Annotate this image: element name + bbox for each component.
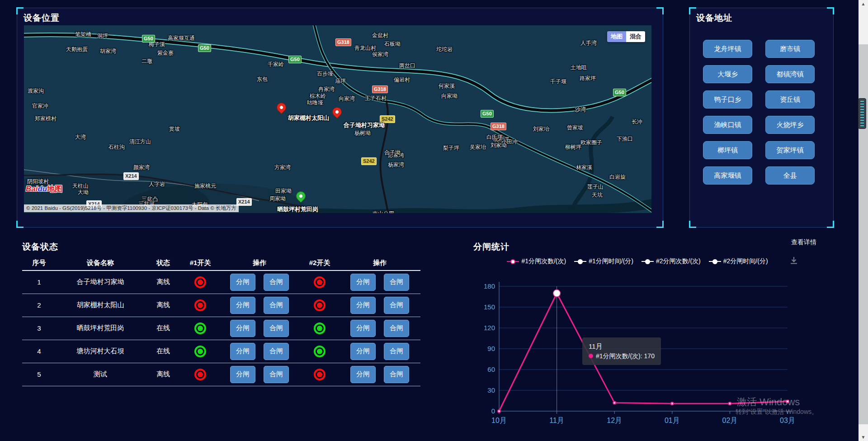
close-switch2-button[interactable]: 合闸 — [384, 343, 409, 360]
map-place-label: 向家坳 — [441, 92, 458, 100]
map-place-label: 笔架槽 — [75, 31, 91, 38]
map-place-label: 石板坳 — [384, 40, 401, 48]
close-switch2-button[interactable]: 合闸 — [384, 297, 409, 314]
map-place-label: 清江方山 — [129, 138, 151, 146]
map-place-label: 白岩旋 — [609, 173, 626, 181]
operation1-cell: 分闸合闸 — [219, 270, 300, 294]
open-switch2-button[interactable]: 分闸 — [350, 343, 376, 360]
device-marker-label: 合子坳村习家坳 — [344, 121, 385, 129]
address-button[interactable]: 渔峡口镇 — [703, 116, 752, 134]
windows-activation-watermark: 激活 Windows — [737, 395, 800, 409]
close-switch2-button[interactable]: 合闸 — [384, 366, 409, 383]
open-switch2-button[interactable]: 分闸 — [350, 320, 376, 337]
svg-text:02月: 02月 — [722, 417, 738, 424]
close-switch1-button[interactable]: 合闸 — [264, 274, 289, 291]
operation2-cell: 分闸合闸 — [339, 340, 420, 363]
switch1-cell — [182, 317, 219, 340]
legend-marker-icon — [574, 259, 586, 264]
road-shield-g318: G318 — [491, 123, 506, 130]
legend-item[interactable]: #1分闸时间/(分) — [574, 257, 633, 266]
map-place-label: 施家桃元 — [194, 182, 216, 190]
address-button[interactable]: 贺家坪镇 — [765, 141, 815, 159]
address-button[interactable]: 全县 — [765, 166, 815, 185]
map-place-label: 小田冲 — [501, 138, 518, 146]
 — [712, 259, 717, 264]
open-switch1-button[interactable]: 分闸 — [230, 274, 255, 291]
map-type-option[interactable]: 混合 — [626, 31, 645, 42]
device-name: 塘坊河村大石坝 — [56, 340, 145, 363]
table-row: 5测试离线分闸合闸分闸合闸 — [22, 363, 420, 386]
legend-item[interactable]: #2分闸时间/(分) — [709, 257, 768, 266]
address-button[interactable]: 资丘镇 — [765, 90, 815, 109]
legend-item[interactable]: #1分闸次数/(次) — [507, 257, 566, 266]
map-place-label: 路家坪 — [580, 75, 596, 82]
open-switch1-button[interactable]: 分闸 — [230, 320, 255, 337]
open-switch1-button[interactable]: 分闸 — [230, 297, 255, 314]
address-button[interactable]: 榔坪镇 — [703, 141, 752, 159]
device-name: 胡家棚村太阳山 — [56, 294, 145, 317]
column-header: #1开关 — [182, 256, 219, 270]
map-place-label: 洞坪 — [97, 32, 108, 40]
 — [645, 259, 650, 264]
device-location-title: 设备位置 — [24, 12, 60, 24]
address-button[interactable]: 龙舟坪镇 — [703, 40, 752, 58]
row-index: 2 — [22, 294, 56, 317]
map-place-label: 梨子坪 — [443, 144, 459, 152]
svg-text:60: 60 — [487, 365, 495, 373]
map-place-label: 土地咀 — [571, 64, 587, 71]
column-header: #2开关 — [300, 256, 339, 270]
switch2-indicator — [314, 299, 326, 311]
switch2-cell — [300, 317, 339, 340]
map-place-label: 南山公园 — [373, 210, 394, 213]
download-icon[interactable] — [789, 256, 799, 266]
close-switch2-button[interactable]: 合闸 — [384, 274, 409, 291]
open-switch1-button[interactable]: 分闸 — [230, 343, 255, 360]
address-button[interactable]: 火烧坪乡 — [765, 116, 815, 134]
baidu-map[interactable]: 笔架槽洞坪高家堰互通天鹅抱蛋胡家湾梅子溪紫金寨二墩青龙山村金盆村石板坳侯家湾坨坨… — [24, 25, 651, 213]
map-place-label: 胡家湾 — [100, 47, 116, 55]
address-button[interactable]: 大堰乡 — [703, 65, 752, 83]
corner-decoration — [16, 7, 24, 14]
open-switch2-button[interactable]: 分闸 — [350, 274, 376, 291]
map-type-option[interactable]: 地图 — [607, 31, 626, 42]
legend-item[interactable]: #2分闸次数/(次) — [642, 257, 701, 266]
switch1-indicator — [194, 322, 206, 334]
switch2-indicator — [314, 369, 326, 380]
open-switch2-button[interactable]: 分闸 — [350, 297, 376, 314]
address-button[interactable]: 磨市镇 — [765, 40, 815, 58]
address-button[interactable]: 都镇湾镇 — [765, 65, 815, 83]
switch1-cell — [182, 340, 219, 363]
scrollbar-down-arrow[interactable]: ▼ — [859, 435, 868, 440]
device-status-table: 序号设备名称状态#1开关操作#2开关操作 1合子坳村习家坳离线分闸合闸分闸合闸2… — [22, 256, 420, 386]
map-place-label: 官家冲 — [32, 102, 48, 110]
legend-marker-icon — [709, 259, 721, 264]
road-shield-g318: G318 — [335, 38, 351, 46]
tooltip-month: 11月 — [589, 341, 655, 351]
map-place-label: 贯坡 — [169, 125, 180, 133]
corner-decoration — [689, 7, 696, 14]
close-switch2-button[interactable]: 合闸 — [384, 320, 409, 337]
device-status-title: 设备状态 — [22, 241, 58, 253]
scrollbar-up-arrow[interactable]: ▲ — [859, 1, 868, 6]
close-switch1-button[interactable]: 合闸 — [264, 343, 289, 360]
address-button[interactable]: 鸭子口乡 — [703, 90, 752, 109]
close-switch1-button[interactable]: 合闸 — [264, 320, 289, 337]
open-switch1-button[interactable]: 分闸 — [230, 366, 255, 383]
map-place-label: 天坑 — [592, 191, 603, 199]
svg-text:10月: 10月 — [491, 417, 507, 424]
close-switch1-button[interactable]: 合闸 — [264, 297, 289, 314]
open-switch2-button[interactable]: 分闸 — [350, 366, 376, 383]
map-place-label: 莲子山 — [587, 183, 604, 191]
map-place-label: 杨树坳 — [354, 129, 371, 137]
map-place-label: 坨坨岩 — [436, 46, 453, 53]
page-scrollbar[interactable]: ▲ ▼ — [859, 0, 868, 441]
baidu-logo[interactable]: Baidu地图 — [26, 184, 62, 194]
scroll-indicator-widget[interactable] — [858, 98, 866, 129]
corner-decoration — [827, 7, 834, 14]
view-details-link[interactable]: 查看详情 — [791, 238, 816, 247]
tooltip-value-line: #1分闸次数/(次): 170 — [589, 351, 655, 361]
legend-label: #2分闸次数/(次) — [656, 257, 701, 266]
close-switch1-button[interactable]: 合闸 — [264, 366, 289, 383]
address-button[interactable]: 高家堰镇 — [703, 166, 752, 185]
switch2-indicator — [314, 346, 326, 357]
